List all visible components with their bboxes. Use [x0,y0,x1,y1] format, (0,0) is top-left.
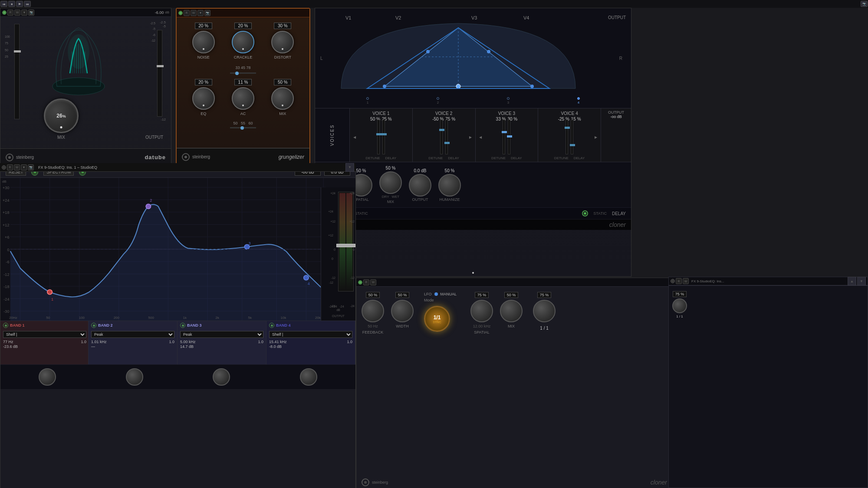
eq-tb2[interactable]: W [14,164,20,170]
eq-label: EQ [201,111,206,116]
noise-knob[interactable] [192,31,215,53]
voice2-fader2[interactable] [445,120,448,154]
delay-power[interactable] [582,210,588,216]
band4-type[interactable]: Shelf | [269,331,352,338]
noise-knob-item: 20 % NOISE [192,23,215,59]
tb-btn-4[interactable]: ⏭ [24,1,31,7]
voice4-fader2[interactable] [571,120,573,154]
mix-slider[interactable] [230,127,256,128]
grunge-power[interactable] [178,11,183,15]
v3-arrow: ◀ [479,135,482,139]
band3-label: BAND 3 [187,323,202,328]
datube-slider-thumb[interactable] [14,50,21,52]
eq-right-tb1[interactable]: R [676,278,682,284]
svg-point-8 [530,85,534,88]
band1-type[interactable]: Shelf | [3,331,86,338]
grunge-tb4[interactable]: 📷 [204,10,210,16]
dry-label: DRY [382,195,389,199]
camera-btn[interactable]: 📷 [861,1,868,7]
datube-tb1[interactable]: R [7,10,13,16]
band2-type[interactable]: Peak [91,331,174,338]
v1-arrow: ◀ [353,135,356,139]
eq-scroll[interactable]: ▼ [345,163,354,172]
cloner-knob-3[interactable] [379,171,402,194]
ac-knob[interactable] [232,87,254,110]
band4-power[interactable] [269,323,274,328]
band1-power[interactable] [3,323,8,328]
voice1-fader2[interactable] [382,120,385,154]
cloner-lower-tb2[interactable]: W [370,279,376,285]
tb-btn-2[interactable]: ■ [8,1,15,7]
distort-knob[interactable] [271,31,294,53]
sync-display: 1/1 SYNC [424,306,450,332]
grunge-tb1[interactable]: R [184,10,190,16]
cloner-panel: V1 V2 V3 V4 OUTPUT [315,8,631,277]
grunge-brand-bar: steinberg grungelizer [177,148,309,165]
lower-right-knob[interactable] [533,300,556,322]
width-label: WIDTH [396,324,409,328]
band2-power[interactable] [91,323,96,328]
noise-label: NOISE [197,55,210,59]
band3-power[interactable] [180,323,185,328]
grunge-tb3[interactable]: ▼ [197,10,204,16]
eq-tb4[interactable]: 📷 [28,164,34,170]
voice2-fader1[interactable] [440,120,443,154]
svg-text:-30: -30 [3,310,9,314]
band2-freq: 1.01 kHz [91,340,107,344]
eq-right-tb2[interactable]: W [683,278,689,284]
studioeq-power[interactable] [2,165,6,170]
band2-knob[interactable] [126,368,143,386]
br-knob-1-k[interactable] [672,298,687,313]
datube-output-slider[interactable] [157,65,164,67]
band4-knob[interactable] [300,368,317,386]
tb-btn-1[interactable]: ⏮ [0,1,7,7]
grunge-mix-knob-item: 50 % MIX [271,79,294,116]
static-label: STATIC [355,211,368,216]
datube-tb2[interactable]: W [14,10,20,16]
band1-knob[interactable] [39,368,56,386]
grunge-mix-knob[interactable] [271,87,294,110]
grunge-tb2[interactable]: W [191,10,197,16]
eq-right-power[interactable] [671,279,675,283]
eq-tb3[interactable]: ▼ [21,164,27,170]
cloner-lower-tb1[interactable]: R [363,279,369,285]
eq-tb1[interactable]: R [7,164,13,170]
lower-mix-knob[interactable] [500,300,523,322]
datube-tb3[interactable]: ▼ [21,10,27,16]
eq-right-scroll2[interactable]: ▼ [857,277,866,285]
datube-mix-knob[interactable]: 26% [44,98,79,133]
cloner-knob-4[interactable] [409,174,431,197]
svg-text:-12: -12 [3,272,9,277]
datube-brand-text: datube [145,154,166,160]
mode-label: Mode [424,298,434,302]
svg-point-5 [383,85,386,88]
lower-mix-label: MIX [508,324,515,328]
ac-label: AC [240,111,246,116]
band3: BAND 3 Peak 5.00 kHz 1.0 14.7 dB [178,321,266,364]
cloner-steinberg-circle [362,478,369,486]
voice1-fader1[interactable] [377,120,380,154]
cloner-knob-5[interactable] [438,174,461,197]
grunge-mix-display: 50 % [274,79,291,85]
cloner-lower-power[interactable] [358,280,362,285]
eq-display: 20 % [195,79,212,85]
voice3-fader1[interactable] [503,120,505,154]
delay-label: DELAY [612,211,626,216]
band3-knob[interactable] [213,368,230,386]
datube-power[interactable] [2,10,7,15]
crackle-slider[interactable] [230,72,256,74]
voice3-fader2[interactable] [508,120,510,154]
band3-type[interactable]: Peak [180,331,263,338]
tb-btn-3[interactable]: ▶ [16,1,23,7]
crackle-knob[interactable] [232,31,254,53]
distort-knob-item: 30 % DISTORT [271,23,294,59]
width-knob[interactable] [391,300,414,322]
feedback-knob[interactable] [362,300,384,322]
datube-tb4[interactable]: 📷 [28,10,34,16]
eq-right-scroll[interactable]: ▲ [848,277,856,285]
voice4-fader1[interactable] [566,120,568,154]
svg-text:3: 3 [248,241,250,246]
eq-knob[interactable] [192,87,215,110]
lower-spatial-knob[interactable] [470,300,493,322]
voice-triangle [332,17,584,99]
